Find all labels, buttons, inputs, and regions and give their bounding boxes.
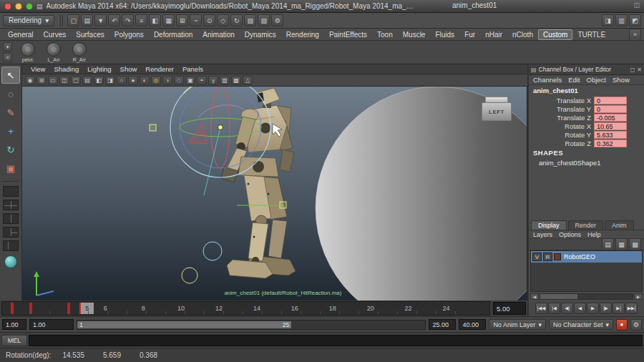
menu-item[interactable]: nCloth <box>507 29 538 40</box>
create-empty-layer-button[interactable]: ▦ <box>615 238 628 250</box>
current-time-field[interactable]: 5.00 <box>493 302 526 315</box>
animation-end-field[interactable]: 40.00 <box>459 319 486 330</box>
field-chart-icon[interactable]: ▤ <box>82 76 92 85</box>
layout-four-pane-button[interactable] <box>3 200 19 210</box>
menu-item[interactable]: General <box>3 29 39 40</box>
ik-handle-box[interactable] <box>280 202 286 208</box>
auto-keyframe-toggle[interactable]: ● <box>616 319 628 331</box>
channel-box-menu-item[interactable]: Show <box>613 76 630 84</box>
menu-item[interactable]: Polygons <box>109 29 149 40</box>
attribute-value-field[interactable]: 10.65 <box>594 122 627 130</box>
time-slider-strip[interactable]: 6810121416182022245 <box>1 301 490 315</box>
layer-type-toggle[interactable]: R <box>543 253 552 261</box>
attribute-label[interactable]: Rotate Y <box>565 131 591 139</box>
animation-preferences-icon[interactable]: ⚙ <box>630 319 642 331</box>
panel-menu-item[interactable]: Lighting <box>83 65 115 73</box>
playback-end-field[interactable]: 25.00 <box>429 319 456 330</box>
menu-item[interactable]: TURTLE <box>572 29 610 40</box>
panel-menu-icon[interactable]: ▤ <box>531 67 537 73</box>
redo-icon[interactable]: ↷ <box>122 14 134 26</box>
attribute-label[interactable]: Rotate Z <box>565 140 591 147</box>
layer-name[interactable]: RobotGEO <box>564 253 595 260</box>
shelf-tab-selector-icon[interactable]: ▾ <box>3 42 12 52</box>
select-hierarchy-icon[interactable]: ≡ <box>135 14 147 26</box>
step-back-frame-button[interactable]: |◀ <box>548 303 560 314</box>
exposure-icon[interactable]: ◓ <box>197 76 207 85</box>
snap-point-icon[interactable]: ⊙ <box>203 14 215 26</box>
layer-color-swatch[interactable] <box>554 253 561 260</box>
multisample-icon[interactable]: ▩ <box>231 76 241 85</box>
menu-item[interactable]: nHair <box>480 29 507 40</box>
resolution-gate-icon[interactable]: ◫ <box>59 76 69 85</box>
mel-toggle-button[interactable]: MEL <box>1 335 27 346</box>
new-scene-icon[interactable]: ▢ <box>67 14 79 26</box>
step-forward-frame-button[interactable]: ▶| <box>613 303 625 314</box>
scroll-left-icon[interactable]: ◀ <box>530 293 539 300</box>
rotate-tool[interactable]: ↻ <box>1 141 20 158</box>
channel-box-menu-item[interactable]: Object <box>587 76 606 84</box>
close-panel-icon[interactable]: ✕ <box>637 67 642 73</box>
menu-item[interactable]: Surfaces <box>71 29 109 40</box>
panel-menu-item[interactable]: Shading <box>49 65 83 73</box>
window-display-icon[interactable]: ◫ <box>633 1 640 9</box>
anim-layer-dropdown[interactable]: No Anim Layer ▾ <box>489 319 546 330</box>
channel-box-menu-item[interactable]: Channels <box>533 76 562 84</box>
command-line-input[interactable] <box>29 335 643 346</box>
character-set-dropdown[interactable]: No Character Set ▾ <box>549 319 613 330</box>
use-all-lights-icon[interactable]: ◎ <box>151 76 161 85</box>
layout-single-pane-button[interactable] <box>3 186 19 197</box>
scrollbar-track[interactable] <box>540 293 633 300</box>
animation-start-field[interactable]: 1.00 <box>2 319 26 330</box>
layer-editor-menu-item[interactable]: Layers <box>533 231 552 238</box>
step-back-key-button[interactable]: ◀| <box>561 303 573 314</box>
move-tool[interactable]: + <box>1 122 20 140</box>
channel-box-menu-item[interactable]: Edit <box>568 76 580 84</box>
view-cube-top-face[interactable] <box>485 97 508 102</box>
show-attribute-editor-icon[interactable]: ▥ <box>615 14 628 26</box>
open-scene-icon[interactable]: ▤ <box>81 14 93 26</box>
render-view-icon[interactable]: ▧ <box>244 14 256 26</box>
layer-editor-tab[interactable]: Anim <box>605 220 634 230</box>
go-to-start-button[interactable]: |◀◀ <box>535 303 547 314</box>
ipr-render-icon[interactable]: ▨ <box>258 14 270 26</box>
grid-icon[interactable]: ⊞ <box>36 76 47 85</box>
scroll-right-icon[interactable]: ▶ <box>634 293 643 300</box>
play-backwards-button[interactable]: ◀ <box>574 303 586 314</box>
scale-tool[interactable]: ▣ <box>1 160 20 177</box>
safe-action-icon[interactable]: ◧ <box>94 76 104 85</box>
snap-curve-icon[interactable]: ~ <box>190 14 202 26</box>
shadows-icon[interactable]: ◑ <box>162 76 172 85</box>
snap-plane-icon[interactable]: ◇ <box>217 14 229 26</box>
control-handle-box[interactable] <box>150 124 156 131</box>
panel-menu-item[interactable]: Show <box>116 65 142 73</box>
layout-three-pane-button[interactable] <box>3 227 19 238</box>
menu-item[interactable]: Muscle <box>398 29 431 40</box>
save-scene-icon[interactable]: ▼ <box>94 14 107 26</box>
heads-up-display-icon[interactable]: ▥ <box>220 76 230 85</box>
menu-item[interactable]: Fur <box>459 29 480 40</box>
menu-set-dropdown[interactable]: Rendering ▾ <box>3 15 54 26</box>
gamma-icon[interactable]: γ <box>208 76 218 85</box>
layer-editor-menu-item[interactable]: Help <box>587 231 601 238</box>
current-frame-marker[interactable]: 5 <box>79 303 94 314</box>
shelf-item-pelvis[interactable]: ◎ pelvi: <box>16 42 39 62</box>
select-component-icon[interactable]: ▦ <box>162 14 175 26</box>
wireframe-icon[interactable]: ○ <box>117 76 127 85</box>
menu-overflow-icon[interactable]: » <box>629 29 641 41</box>
toolbar-grip[interactable] <box>59 15 63 26</box>
shelf-menu-icon[interactable]: ≡ <box>3 53 12 62</box>
layout-two-pane-button[interactable] <box>3 213 19 224</box>
layer-editor-menu-item[interactable]: Options <box>559 231 581 238</box>
construction-history-icon[interactable]: ↻ <box>230 14 243 26</box>
step-forward-key-button[interactable]: |▶ <box>600 303 612 314</box>
attribute-value-field[interactable]: 0 <box>594 105 627 113</box>
panel-menu-item[interactable]: View <box>26 65 49 73</box>
viewport-canvas[interactable]: LEFT anim_chest01 (default/Robot_HitReac… <box>22 87 527 300</box>
menu-item[interactable]: Deformation <box>149 29 197 40</box>
render-settings-icon[interactable]: ⚙ <box>271 14 283 26</box>
keyframe-tick[interactable] <box>67 303 70 314</box>
isolate-select-icon[interactable]: ▣ <box>185 76 195 85</box>
shelf-item-right-arm[interactable]: ◎ R_Arr <box>68 42 91 62</box>
viewport-3d-scene[interactable] <box>22 87 527 300</box>
menu-item[interactable]: Dynamics <box>240 29 281 40</box>
